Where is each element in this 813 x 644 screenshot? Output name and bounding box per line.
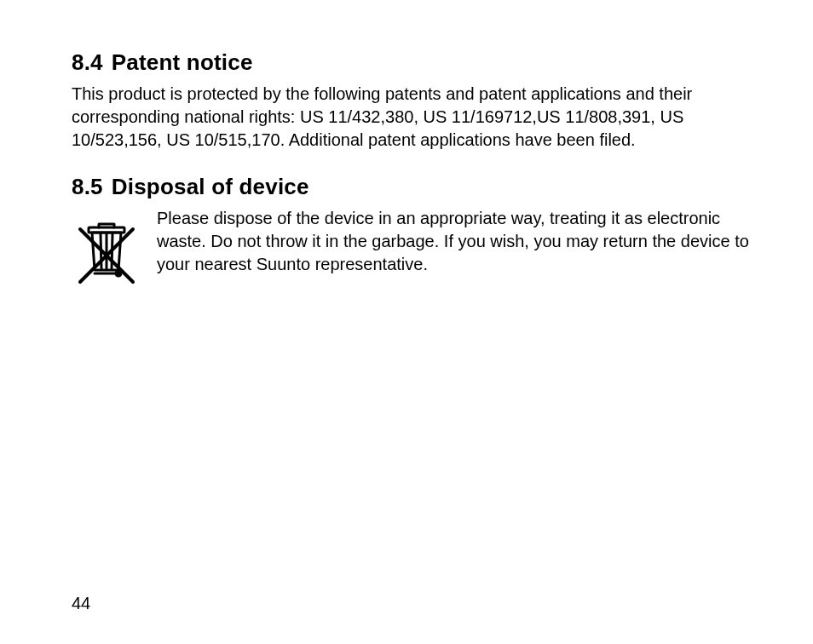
disposal-content-row: Please dispose of the device in an appro… [72,207,753,296]
heading-number: 8.4 [72,49,103,76]
heading-disposal: 8.5Disposal of device [72,174,753,200]
heading-number: 8.5 [72,174,103,200]
section-patent-notice: 8.4Patent notice This product is protect… [72,49,753,152]
heading-title: Disposal of device [112,174,309,199]
page-number: 44 [72,594,90,613]
heading-title: Patent notice [112,49,253,75]
weee-crossed-out-bin-icon [72,222,141,296]
section-disposal: 8.5Disposal of device [72,174,753,296]
disposal-body: Please dispose of the device in an appro… [157,207,753,276]
heading-patent-notice: 8.4Patent notice [72,49,753,76]
patent-notice-body: This product is protected by the followi… [72,83,753,152]
